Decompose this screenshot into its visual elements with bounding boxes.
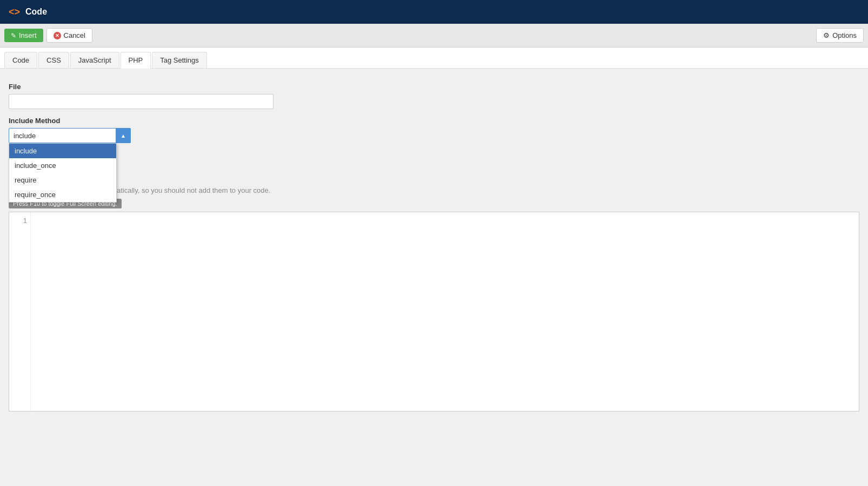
dropdown-list: include include_once require require_onc… xyxy=(9,143,117,202)
notice-text: The PHP tags will be added automatically… xyxy=(9,186,859,194)
insert-icon: ✎ xyxy=(11,32,16,39)
tab-javascript[interactable]: JavaScript xyxy=(70,52,119,68)
code-textarea[interactable] xyxy=(31,212,859,411)
options-button[interactable]: ⚙ Options xyxy=(816,28,864,43)
select-arrow[interactable]: ▲ xyxy=(116,128,131,143)
dropdown-item-require[interactable]: require xyxy=(9,173,116,187)
dropdown-item-require-once[interactable]: require_once xyxy=(9,187,116,202)
header: <> Code xyxy=(0,0,868,24)
select-value: include xyxy=(14,132,36,140)
tab-code[interactable]: Code xyxy=(4,52,37,68)
file-input[interactable] xyxy=(9,94,273,109)
select-display[interactable]: include xyxy=(9,128,131,143)
insert-button[interactable]: ✎ Insert xyxy=(4,29,43,42)
main-content: File Include Method include ▲ include in… xyxy=(0,69,868,426)
tab-css[interactable]: CSS xyxy=(38,52,69,68)
header-title: Code xyxy=(25,7,47,17)
toolbar: ✎ Insert ✕ Cancel ⚙ Options xyxy=(0,24,868,48)
tab-php[interactable]: PHP xyxy=(121,52,151,69)
insert-label: Insert xyxy=(19,31,37,39)
include-method-label: Include Method xyxy=(9,117,859,125)
dropdown-item-include-once[interactable]: include_once xyxy=(9,158,116,173)
options-label: Options xyxy=(832,31,857,39)
include-method-select[interactable]: include ▲ include include_once require r… xyxy=(9,128,131,143)
php-section: File Include Method include ▲ include in… xyxy=(9,77,859,417)
toolbar-left: ✎ Insert ✕ Cancel xyxy=(4,28,92,43)
chevron-up-icon: ▲ xyxy=(121,133,126,139)
tab-tag-settings[interactable]: Tag Settings xyxy=(152,52,207,68)
line-numbers: 1 xyxy=(9,212,31,411)
line-number-1: 1 xyxy=(12,217,27,225)
cancel-icon: ✕ xyxy=(54,32,61,39)
cancel-button[interactable]: ✕ Cancel xyxy=(46,28,92,43)
tabs-bar: Code CSS JavaScript PHP Tag Settings xyxy=(0,48,868,69)
gear-icon: ⚙ xyxy=(823,31,830,39)
code-editor: 1 xyxy=(9,212,859,411)
file-label: File xyxy=(9,83,859,91)
dropdown-item-include[interactable]: include xyxy=(9,144,116,158)
cancel-label: Cancel xyxy=(64,31,85,39)
code-icon: <> xyxy=(9,6,20,18)
